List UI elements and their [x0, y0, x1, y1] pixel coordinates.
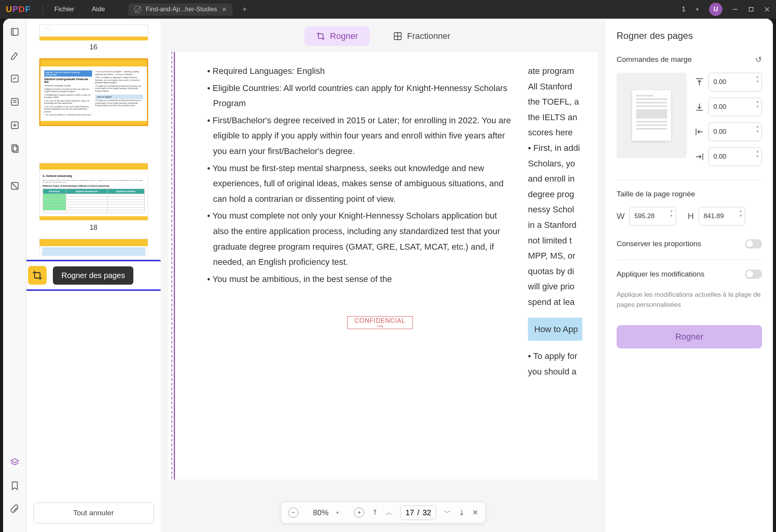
- svg-rect-1: [749, 7, 753, 11]
- menu-file[interactable]: Fichier: [54, 5, 74, 13]
- how-to-apply-callout: How to App: [528, 318, 582, 341]
- thumbnail-panel: ..................... .......... 16 Elig…: [26, 19, 161, 532]
- zoom-out-button[interactable]: −: [288, 508, 298, 518]
- document-text-column-2: ate program All Stanford the TOEFL, a th…: [528, 63, 582, 379]
- chevron-down-icon[interactable]: ▼: [695, 7, 699, 12]
- apply-changes-toggle[interactable]: [745, 270, 762, 279]
- width-label: W: [617, 211, 625, 221]
- crop-tool-tooltip-highlight: Rogner des pages: [26, 260, 161, 291]
- svg-rect-4: [11, 28, 18, 35]
- pages-tool-icon[interactable]: [9, 142, 21, 155]
- svg-rect-7: [11, 98, 18, 105]
- first-page-button[interactable]: ⤒: [372, 508, 378, 517]
- margin-preview: [617, 73, 687, 158]
- app-logo: UPDF: [6, 4, 31, 14]
- cropped-size-label: Taille de la page rognée: [617, 190, 695, 198]
- menu-help[interactable]: Aide: [92, 5, 105, 13]
- document-canvas: Rogner Fractionner • Required Languages:…: [161, 19, 606, 532]
- crop-tool-tooltip: Rogner des pages: [53, 266, 133, 285]
- confidential-watermark: CONFIDENCIAL Only: [347, 316, 413, 329]
- zoom-in-button[interactable]: +: [354, 508, 364, 518]
- edit-tool-icon[interactable]: [9, 72, 21, 85]
- page-view[interactable]: • Required Languages: English • Eligible…: [168, 52, 598, 480]
- margin-right-input[interactable]: 0.00▲▼: [708, 147, 762, 166]
- cancel-all-button[interactable]: Tout annuler: [33, 502, 154, 523]
- account-number[interactable]: 1: [682, 5, 685, 13]
- crop-height-input[interactable]: 841.89▲▼: [699, 207, 745, 226]
- last-page-button[interactable]: ⤓: [459, 508, 465, 517]
- minimize-icon[interactable]: [732, 6, 738, 12]
- thumbnail-page-18[interactable]: 4. Oxford University Most scholarships a…: [39, 163, 148, 220]
- crop-button[interactable]: Rogner: [617, 325, 762, 348]
- height-label: H: [688, 211, 694, 221]
- titlebar: UPDF Fichier Aide Find-and-Ap...her-Stud…: [0, 0, 776, 19]
- form-tool-icon[interactable]: [9, 96, 21, 108]
- tab-close-icon[interactable]: ✕: [222, 6, 227, 13]
- apply-help-text: Applique les modifications actuelles à l…: [617, 290, 762, 310]
- split-mode-button[interactable]: Fractionner: [381, 26, 462, 46]
- crop-mode-button[interactable]: Rogner: [304, 26, 370, 46]
- redact-tool-icon[interactable]: [9, 180, 21, 192]
- thumbnail-page-16[interactable]: ..................... ..........: [39, 24, 148, 40]
- organize-tool-icon[interactable]: [9, 119, 21, 131]
- layers-icon[interactable]: [9, 456, 21, 469]
- zoom-level[interactable]: 80%: [313, 508, 329, 517]
- margin-left-icon: [694, 127, 704, 137]
- margin-top-input[interactable]: 0.00▲▼: [708, 73, 762, 91]
- margin-top-icon: [694, 77, 704, 87]
- close-zoom-bar-button[interactable]: ✕: [472, 508, 478, 517]
- zoom-dropdown-icon[interactable]: ▼: [336, 511, 339, 515]
- margin-bottom-input[interactable]: 0.00▲▼: [708, 98, 762, 116]
- margin-bottom-icon: [694, 102, 704, 112]
- thumbnail-label-18: 18: [36, 224, 151, 232]
- document-tab[interactable]: Find-and-Ap...her-Studies ✕: [128, 4, 232, 16]
- tab-doc-icon: [134, 6, 141, 13]
- next-page-button[interactable]: ﹀: [444, 508, 451, 517]
- close-window-icon[interactable]: [764, 6, 770, 12]
- crop-width-input[interactable]: 595.28▲▼: [629, 207, 676, 226]
- bookmark-icon[interactable]: [9, 480, 21, 492]
- mode-toolbar: Rogner Fractionner: [161, 26, 606, 46]
- document-text-column-1: • Required Languages: English • Eligible…: [207, 63, 512, 379]
- keep-ratio-label: Conserver les proportions: [617, 240, 701, 248]
- attachment-icon[interactable]: [9, 503, 21, 515]
- crop-pages-icon[interactable]: [28, 266, 47, 285]
- prev-page-button[interactable]: ︿: [386, 508, 393, 517]
- zoom-controls: − 80% ▼ + ⤒ ︿ 17 / 32 ﹀ ⤓ ✕: [281, 502, 486, 523]
- svg-rect-6: [11, 75, 18, 82]
- reader-tool-icon[interactable]: [9, 26, 21, 38]
- margin-left-input[interactable]: 0.00▲▼: [708, 122, 762, 141]
- new-tab-button[interactable]: +: [242, 5, 247, 14]
- thumbnail-page-17[interactable]: Eligibility Criteria for Stanford Univer…: [39, 58, 148, 126]
- keep-ratio-toggle[interactable]: [745, 239, 762, 248]
- tab-title: Find-and-Ap...her-Studies: [146, 6, 217, 13]
- left-tool-rail: [3, 19, 26, 532]
- reset-margins-icon[interactable]: ↺: [755, 55, 762, 64]
- user-avatar[interactable]: U: [709, 3, 722, 16]
- thumbnail-label-16: 16: [36, 43, 151, 51]
- apply-changes-label: Appliquer les modifications: [617, 270, 704, 278]
- maximize-icon[interactable]: [748, 6, 754, 12]
- page-input[interactable]: 17 / 32: [400, 506, 436, 520]
- main-menu: Fichier Aide: [54, 5, 105, 13]
- highlight-tool-icon[interactable]: [9, 49, 21, 61]
- margin-section-label: Commandes de marge: [617, 55, 692, 64]
- margin-right-icon: [694, 152, 704, 162]
- panel-title: Rogner des pages: [617, 30, 762, 41]
- crop-panel: Rogner des pages Commandes de marge ↺ 0.…: [606, 19, 773, 532]
- svg-line-14: [12, 184, 17, 189]
- thumbnail-page-19[interactable]: [39, 239, 148, 254]
